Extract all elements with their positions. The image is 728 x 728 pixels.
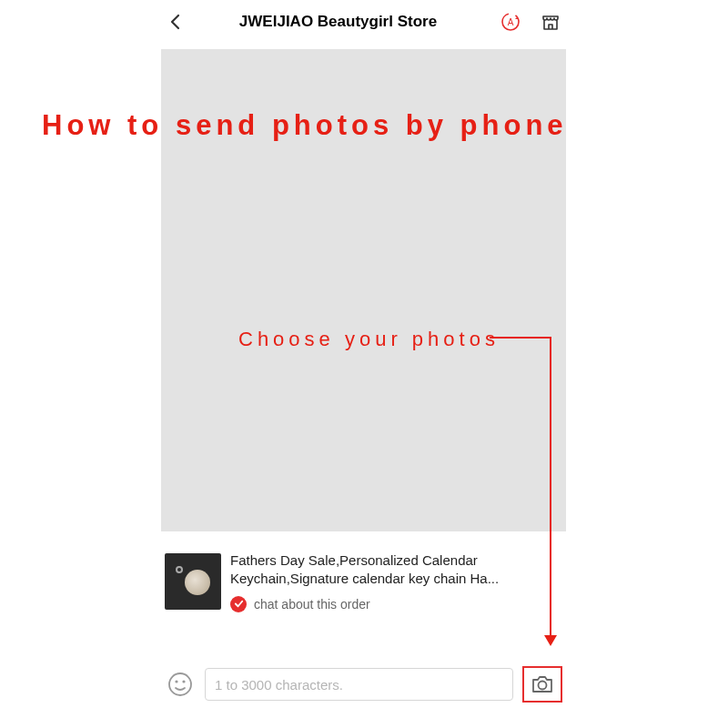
emoji-icon[interactable] [165,669,196,700]
product-info: Fathers Day Sale,Personalized Calendar K… [230,553,562,612]
message-input-bar [152,666,575,703]
arrow-head-icon [544,635,557,646]
arrow-segment [550,353,551,637]
svg-point-4 [182,680,185,682]
product-thumbnail [165,553,221,610]
refresh-icon[interactable]: A [499,10,522,34]
chat-order-toggle[interactable]: chat about this order [230,596,562,612]
svg-point-2 [169,673,191,695]
back-icon[interactable] [165,11,187,33]
product-card[interactable]: Fathers Day Sale,Personalized Calendar K… [165,553,562,612]
instruction-choose: Choose your photos [238,328,500,351]
message-input[interactable] [205,668,513,701]
camera-icon [530,673,555,695]
page-title: JWEIJIAO Beautygirl Store [185,13,491,31]
header-bar: JWEIJIAO Beautygirl Store A [152,0,575,44]
svg-point-3 [175,680,177,682]
svg-point-5 [539,682,547,690]
product-title: Fathers Day Sale,Personalized Calendar K… [230,551,562,589]
instruction-title: How to send photos by phone [42,109,568,142]
arrow-segment [550,337,551,355]
check-icon [230,596,247,612]
svg-text:A: A [508,17,514,27]
arrow-segment [490,337,551,339]
camera-button[interactable] [522,666,562,703]
store-icon[interactable] [539,10,562,34]
chat-order-label: chat about this order [254,597,370,612]
